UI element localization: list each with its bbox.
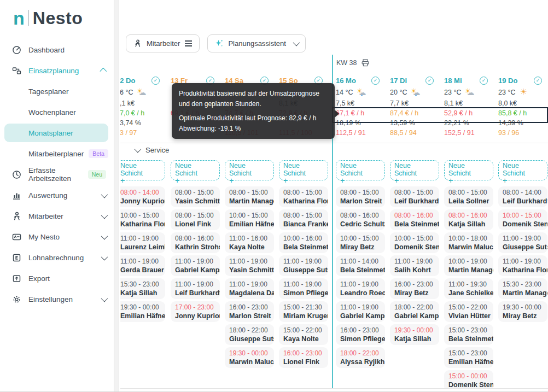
shift-card[interactable]: 10:00 - 15:00Emilian Häfner — [225, 209, 274, 230]
sidebar-item-einsatzplanung[interactable]: Einsatzplanung — [0, 60, 114, 81]
shift-card[interactable]: 08:00 - 15:00Yasin Schmitt — [171, 186, 220, 207]
shift-time: 10:00 - 19:00 — [448, 257, 489, 266]
shift-card[interactable]: 18:00 - 22:00Giuseppe Sutschet — [225, 324, 274, 345]
shift-card[interactable]: 15:30 - 23:00Katja Sillah — [120, 278, 165, 299]
day-approved-check-icon[interactable]: ✓ — [371, 77, 380, 85]
shift-card[interactable]: 08:00 - 15:00Leila Sollner — [444, 186, 493, 207]
shift-card[interactable]: 10:00 - 18:00Marwin Malucha — [444, 232, 493, 253]
shift-card[interactable]: 11:00 - 19:00Gabriel Kampsch... — [171, 255, 220, 276]
shift-time: 11:00 - 14:00 — [340, 257, 381, 266]
shift-card[interactable]: 08:00 - 15:00Martin Manager — [225, 186, 274, 207]
new-shift-button[interactable]: Neue Schicht+ — [225, 160, 274, 180]
shift-card[interactable]: 08:00 - 16:00Katja Sillah — [444, 209, 493, 230]
shift-card[interactable]: 16:00 - 23:00Marlon Streit — [225, 301, 274, 322]
shift-card[interactable]: 11:00 - 19:30Jane Schielke — [444, 278, 493, 299]
shift-card[interactable]: 11:00 - 16:00Kaya Nolte — [225, 232, 274, 253]
shift-card[interactable]: 10:00 - 15:00Miray Betz — [336, 232, 385, 253]
shift-card[interactable]: 19:30 - 00:00Miray Betz — [498, 301, 547, 322]
shift-card[interactable]: 11:00 - 19:00Gerda Brauer — [120, 255, 165, 276]
shift-card[interactable]: 08:00 - 14:00Leif Burkhardt — [498, 186, 547, 207]
sidebar-item-mitarbeiter[interactable]: Mitarbeiter — [0, 206, 114, 226]
sidebar-item-dashboard[interactable]: Dashboard — [0, 39, 114, 60]
sidebar-item-export[interactable]: Export — [0, 268, 114, 289]
shift-card[interactable]: 11:00 - 19:00Giuseppe Sutschet — [498, 232, 547, 253]
day-approved-check-icon[interactable]: ✓ — [425, 77, 434, 85]
shift-card[interactable]: 15:00 - 22:00Vivian Hütter — [444, 301, 493, 322]
shift-card[interactable]: 10:00 - 16:00Bela Steinmetz — [279, 232, 328, 253]
shift-card[interactable]: 11:00 - 19:00Giuseppe Sutsc... — [279, 255, 328, 276]
shift-card[interactable]: 15:30 - 23:00Martin Manager — [498, 278, 547, 299]
shift-card[interactable]: 16:00 - 23:00Simon Pflieger — [336, 324, 385, 345]
new-shift-button[interactable]: Neue Schicht+ — [336, 160, 385, 180]
shift-card[interactable]: 11:00 - 19:00Laurenz Leimbach — [120, 232, 165, 253]
sidebar-item-wochenplaner[interactable]: Wochenplaner — [0, 102, 114, 122]
new-shift-button[interactable]: Neue Schicht+ — [498, 160, 547, 180]
new-shift-button[interactable]: Neue Schicht+ — [279, 160, 328, 180]
productivity-highlight-rect — [332, 107, 548, 123]
shift-card[interactable]: 16:00 - 23:00Miray Betz — [390, 278, 439, 299]
sidebar-item-tagesplaner[interactable]: Tagesplaner — [0, 81, 114, 102]
shift-card[interactable]: 11:00 - 19:00Gabriel Kampsc... — [336, 301, 385, 322]
shift-card[interactable]: 08:00 - 14:00Jonny Kuprion — [120, 186, 165, 207]
shift-card[interactable]: 15:00 - 00:00Domenik Stengl — [444, 370, 493, 389]
shift-card[interactable]: 08:00 - 15:00Leif Burkhardt — [390, 186, 439, 207]
shift-card[interactable]: 16:00 - 23:00Lionel Fink — [279, 347, 328, 368]
shift-card[interactable]: 08:00 - 16:00Bela Steinmetz — [390, 209, 439, 230]
planning-icon — [12, 66, 21, 75]
shift-card[interactable]: 17:00 - 23:00Jonny Kuprion — [171, 301, 220, 322]
new-shift-button[interactable]: Neue Schicht+ — [444, 160, 493, 180]
new-shift-button[interactable]: Neue Schicht+ — [390, 160, 439, 180]
sidebar-item-label: Export — [28, 274, 50, 283]
temperature-value: 23 °C — [498, 89, 515, 96]
shift-card[interactable]: 18:00 - 22:00Gabriel Kampsch... — [390, 301, 439, 322]
sidebar-item-my-nesto[interactable]: My Nesto — [0, 226, 114, 247]
shift-card[interactable]: 11:00 - 19:00Katharina Flore — [498, 255, 547, 276]
shift-card[interactable]: 11:00 - 19:00Leif Burkhardt — [171, 278, 220, 299]
sidebar-item-erfasste-arbeitszeiten[interactable]: Erfasste ArbeitszeitenNeu — [0, 164, 114, 185]
sidebar-item-einstellungen[interactable]: Einstellungen — [0, 289, 114, 309]
day-approved-check-icon[interactable]: ✓ — [151, 77, 160, 85]
shift-card[interactable]: 08:00 - 15:00Katharina Flore — [279, 186, 328, 207]
sidebar-item-monatsplaner[interactable]: Monatsplaner — [0, 122, 114, 143]
sidebar-item-lohnabrechnung[interactable]: Lohnabrechnung — [0, 247, 114, 268]
shift-card[interactable]: 11:00 - 19:00Simon Pflieger — [279, 278, 328, 299]
shift-card[interactable]: 08:00 - 15:00Lionel Fink — [171, 209, 220, 230]
printer-icon[interactable] — [362, 59, 369, 67]
shift-card[interactable]: 15:00 - 23:00Emilian Häfner — [444, 347, 493, 368]
new-shift-button[interactable]: Neue Schicht+ — [120, 160, 165, 180]
shift-card[interactable]: 08:00 - 15:00Bianca Franke — [279, 209, 328, 230]
mitarbeiter-button[interactable]: Mitarbeiter — [126, 34, 200, 52]
shift-employee-name: Cedric Schultze — [340, 220, 381, 229]
shift-card[interactable]: 08:00 - 16:00Kathrin Strohsch... — [171, 232, 220, 253]
shift-card[interactable]: 11:00 - 19:00Salih Kohrt — [390, 255, 439, 276]
day-approved-check-icon[interactable]: ✓ — [480, 77, 488, 85]
shift-card[interactable]: 11:00 - 19:00Leandro Roecker — [336, 278, 385, 299]
shift-card[interactable]: 08:00 - 16:00Cedric Schultze — [336, 209, 385, 230]
planungsassistent-button[interactable]: Planungsassistent — [207, 34, 306, 52]
shift-card[interactable]: 10:00 - 15:00Katharina Flore — [120, 209, 165, 230]
badge-neu: Neu — [88, 170, 106, 179]
sidebar-item-mitarbeiterplaner[interactable]: MitarbeiterplanerBeta — [0, 143, 114, 164]
shift-card[interactable]: 18:00 - 22:00Alyssa Ryjikh — [336, 347, 385, 368]
shift-card[interactable]: 11:00 - 19:00Magdalena Daub — [225, 278, 274, 299]
service-section-header[interactable]: Service — [135, 146, 169, 154]
new-shift-button[interactable]: Neue Schicht+ — [171, 160, 220, 180]
shift-card[interactable]: 08:00 - 15:00Marlon Streit — [336, 186, 385, 207]
shift-card[interactable]: 10:00 - 15:00Domenik Stengl — [498, 209, 547, 230]
shift-card[interactable]: 19:30 - 00:00Marwin Malucha — [225, 347, 274, 368]
plus-icon: + — [394, 177, 435, 184]
shift-card[interactable]: 15:00 - 23:00Bela Steinmetz — [444, 324, 493, 345]
shift-card[interactable]: 11:00 - 19:00Yasin Schmitt — [225, 255, 274, 276]
shift-card[interactable]: 10:00 - 15:00Domenik Stengl — [390, 232, 439, 253]
chevron-down-icon — [101, 295, 108, 302]
shift-card[interactable]: 19:30 - 00:00Emilian Häfner — [120, 301, 165, 322]
shift-card[interactable]: 19:30 - 00:00Katja Sillah — [390, 324, 439, 345]
chevron-down-icon — [101, 191, 108, 198]
shift-card[interactable]: 11:00 - 14:00Bela Steinmetz — [336, 255, 385, 276]
shift-time: 11:00 - 19:00 — [120, 234, 161, 243]
shift-card[interactable]: 15:00 - 21:30Miriam Kruger — [279, 301, 328, 322]
sidebar-item-auswertung[interactable]: Auswertung — [0, 185, 114, 206]
shift-card[interactable]: 10:00 - 19:00Martin Manager — [444, 255, 493, 276]
shift-card[interactable]: 15:00 - 22:00Kaya Nolte — [279, 324, 328, 345]
day-approved-check-icon[interactable]: ✓ — [534, 77, 542, 85]
